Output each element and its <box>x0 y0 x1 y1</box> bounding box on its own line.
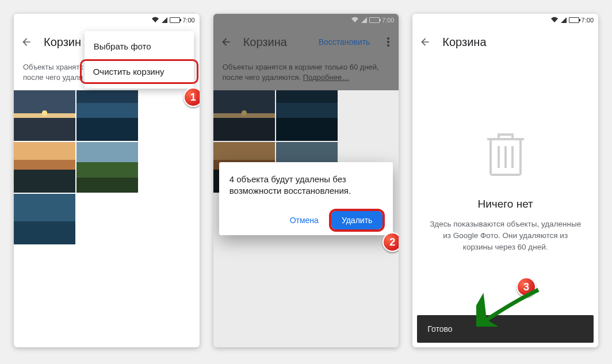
cancel-button[interactable]: Отмена <box>284 211 324 229</box>
dialog-message: 4 объекта будут удалены без возможности … <box>230 174 383 196</box>
step-badge-2: 2 <box>382 232 399 252</box>
delete-button[interactable]: Удалить <box>331 211 382 229</box>
phone-screen-3: 7:00 Корзина Ничего нет Здесь показывают… <box>412 14 598 347</box>
step-badge-1: 1 <box>183 87 200 107</box>
empty-title: Ничего нет <box>478 198 533 210</box>
signal-icon <box>162 17 167 23</box>
wifi-icon <box>550 17 559 24</box>
trash-icon <box>484 129 527 182</box>
battery-icon <box>569 17 579 23</box>
empty-subtitle: Здесь показываются объекты, удаленные из… <box>429 219 582 254</box>
photo-thumb[interactable] <box>76 90 138 141</box>
photo-thumb[interactable] <box>76 142 138 193</box>
battery-icon <box>170 17 180 23</box>
photo-thumb[interactable] <box>14 90 75 141</box>
phone-screen-1: 7:00 Корзин Объекты хранятс после чего у… <box>14 14 200 347</box>
photo-thumb[interactable] <box>14 194 75 244</box>
photo-grid <box>14 90 200 244</box>
empty-state: Ничего нет Здесь показываются объекты, у… <box>412 35 598 347</box>
clock-text: 7:00 <box>582 17 594 24</box>
signal-icon <box>561 17 567 23</box>
back-icon[interactable] <box>21 36 32 48</box>
menu-item-empty-trash[interactable]: Очистить корзину <box>80 59 198 84</box>
menu-item-select-photo[interactable]: Выбрать фото <box>85 35 194 58</box>
snackbar-text: Готово <box>427 324 452 334</box>
confirm-dialog: 4 объекта будут удалены без возможности … <box>219 162 393 235</box>
status-bar: 7:00 <box>14 14 200 26</box>
overflow-menu: Выбрать фото Очистить корзину <box>85 31 194 89</box>
photo-thumb[interactable] <box>14 142 75 193</box>
status-bar: 7:00 <box>412 14 598 26</box>
step-badge-3: 3 <box>517 277 536 297</box>
clock-text: 7:00 <box>182 17 194 24</box>
snackbar: Готово <box>417 315 594 343</box>
dialog-actions: Отмена Удалить <box>230 211 383 229</box>
wifi-icon <box>151 17 159 24</box>
phone-screen-2: 7:00 Корзина Восстановить Объекты хранят… <box>213 14 399 347</box>
